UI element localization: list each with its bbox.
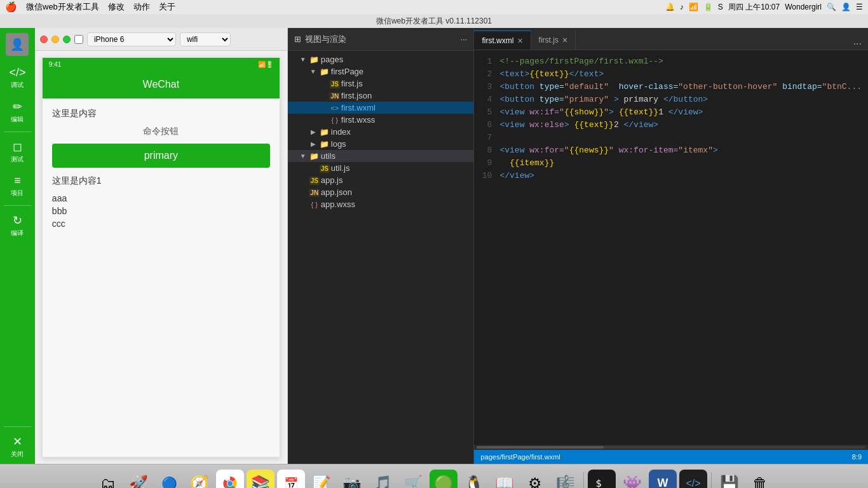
dock-itunes[interactable]: 🎵 xyxy=(369,470,397,489)
file-label-first-js: first.js xyxy=(341,79,474,88)
menu-item-edit[interactable]: 修改 xyxy=(108,1,125,13)
tree-file-util-js[interactable]: JS util.js xyxy=(288,162,474,174)
dock-qq[interactable]: 🐧 xyxy=(460,470,488,489)
line-content-2: <text>{{text}}</text> xyxy=(499,68,868,81)
tree-folder-pages[interactable]: ▼ 📁 pages xyxy=(288,53,474,65)
tree-file-first-json[interactable]: JN first.json xyxy=(288,90,474,102)
tree-folder-logs[interactable]: ▶ 📁 logs xyxy=(288,138,474,150)
tab-js-close[interactable]: × xyxy=(562,35,567,45)
code-line-5: 5 <view wx:if="{{show}}"> {{text}}1 </vi… xyxy=(474,106,868,119)
tree-folder-utils[interactable]: ▼ 📁 utils xyxy=(288,150,474,162)
traffic-light-red[interactable] xyxy=(40,36,48,43)
dock-music[interactable]: 🎼 xyxy=(552,470,580,489)
dock-finder[interactable]: 🗂 xyxy=(94,470,122,489)
folder-icon: 📁 xyxy=(318,128,331,137)
tree-folder-index[interactable]: ▶ 📁 index xyxy=(288,126,474,138)
dock-settings[interactable]: ⚙ xyxy=(521,470,549,489)
user-icon[interactable]: 👤 xyxy=(841,3,851,11)
sidebar-compile-label: 编译 xyxy=(11,229,24,238)
folder-arrow: ▶ xyxy=(308,140,318,147)
menu-item-about[interactable]: 关于 xyxy=(159,1,175,13)
sidebar-divider-2 xyxy=(4,205,32,206)
dock-photos[interactable]: 📷 xyxy=(338,470,366,489)
dock-alien[interactable]: 👾 xyxy=(618,470,646,489)
line-content-6: <view wx:else> {{text}}2 </view> xyxy=(499,119,868,132)
sidebar-edit-label: 编辑 xyxy=(11,115,24,124)
wifi-select[interactable]: wifi xyxy=(180,32,231,46)
dock-chrome[interactable] xyxy=(216,470,244,489)
device-select[interactable]: iPhone 6 xyxy=(87,32,176,46)
menu-item-app[interactable]: 微信web开发者工具 xyxy=(26,1,99,13)
device-checkbox[interactable] xyxy=(74,35,83,44)
editor-menu-btn[interactable]: ··· xyxy=(847,38,868,50)
footer-path: pages/firstPage/first.wxml xyxy=(480,453,560,461)
compile-icon: ↻ xyxy=(13,214,22,227)
dock-launchpad[interactable]: 🚀 xyxy=(125,470,153,489)
dock-appstore[interactable]: 🛒 xyxy=(399,470,427,489)
tree-file-first-wxml[interactable]: <> first.wxml xyxy=(288,102,474,114)
tree-file-first-js[interactable]: JS first.js xyxy=(288,78,474,90)
dock-siri[interactable]: 🔵 xyxy=(155,470,183,489)
dock-ejectdrive[interactable]: 💾 xyxy=(715,470,743,489)
input-icon[interactable]: S xyxy=(718,3,723,11)
sidebar-item-close[interactable]: ✕ 关闭 xyxy=(0,430,35,464)
file-label-util-js: util.js xyxy=(331,163,474,173)
tab-first-wxml[interactable]: first.wxml × xyxy=(474,30,531,50)
tree-file-app-json[interactable]: JN app.json xyxy=(288,186,474,198)
bluetooth-icon[interactable]: ♪ xyxy=(680,3,684,11)
tab-first-js[interactable]: first.js × xyxy=(531,30,576,50)
dock-calendar[interactable]: 📅 xyxy=(277,470,305,489)
tree-file-first-wxss[interactable]: { } first.wxss xyxy=(288,114,474,126)
sidebar-project-label: 项目 xyxy=(11,189,24,198)
dock-divider xyxy=(583,472,584,489)
tab-wxml-close[interactable]: × xyxy=(517,36,522,46)
sidebar-item-compile[interactable]: ↻ 编译 xyxy=(0,208,35,243)
tree-file-app-js[interactable]: JS app.js xyxy=(288,174,474,186)
dock-wechat[interactable]: 🟢 xyxy=(430,470,458,489)
dock-notes[interactable]: 📚 xyxy=(247,470,275,489)
scrollbar-thumb[interactable] xyxy=(477,446,604,449)
code-editor[interactable]: 1 <!--pages/firstPage/first.wxml--> 2 <t… xyxy=(474,50,868,445)
dock-dict[interactable]: 📖 xyxy=(491,470,519,489)
dock-textedit[interactable]: 📝 xyxy=(308,470,336,489)
phone-content-line1: 这里是内容 xyxy=(52,108,270,119)
search-icon[interactable]: 🔍 xyxy=(827,3,836,11)
sidebar-item-debug[interactable]: </> 调试 xyxy=(0,61,35,95)
file-panel: ⊞ 视图与渲染 ··· ▼ 📁 pages ▼ 📁 firstPage xyxy=(288,28,475,464)
dock-terminal[interactable]: $_ xyxy=(588,470,616,489)
traffic-light-yellow[interactable] xyxy=(51,36,59,43)
tree-file-app-wxss[interactable]: { } app.wxss xyxy=(288,198,474,210)
code-line-9: 9 {{itemx}} xyxy=(474,157,868,170)
dock-trash[interactable]: 🗑 xyxy=(746,470,774,489)
horizontal-scrollbar[interactable] xyxy=(474,445,868,450)
sidebar-item-project[interactable]: ≡ 项目 xyxy=(0,169,35,203)
wxml-file-icon: <> xyxy=(329,104,341,112)
code-line-3: 3 <button type="default" hover-class="ot… xyxy=(474,81,868,93)
wifi-icon[interactable]: 📶 xyxy=(689,3,698,11)
primary-button[interactable]: primary xyxy=(52,144,270,168)
app-title: 微信web开发者工具 v0.11.112301 xyxy=(376,16,492,27)
sidebar-divider-3 xyxy=(4,426,32,427)
dock-coding[interactable]: </> xyxy=(679,470,707,489)
folder-icon: 📁 xyxy=(308,55,321,64)
folder-label-pages: pages xyxy=(321,55,474,64)
menu-item-action[interactable]: 动作 xyxy=(133,1,150,13)
edit-icon: ✏ xyxy=(13,100,22,114)
notification-icon[interactable]: 🔔 xyxy=(665,3,675,11)
file-label-app-wxss: app.wxss xyxy=(321,200,474,209)
phone-screen: 9:41 📶🔋 WeChat 这里是内容 命令按钮 primary 这里是内容1… xyxy=(42,57,280,458)
dock-word[interactable]: W xyxy=(649,470,677,489)
json-file-icon2: JN xyxy=(308,188,321,197)
dock-safari[interactable]: 🧭 xyxy=(186,470,214,489)
sidebar-item-test[interactable]: ◻ 测试 xyxy=(0,135,35,169)
battery-icon[interactable]: 🔋 xyxy=(703,3,713,11)
traffic-light-green[interactable] xyxy=(63,36,71,43)
menu-icon[interactable]: ☰ xyxy=(856,3,863,11)
cmd-btn-area: 命令按钮 xyxy=(52,126,270,137)
panel-more-icon[interactable]: ··· xyxy=(461,34,468,44)
sidebar-item-edit[interactable]: ✏ 编辑 xyxy=(0,95,35,129)
code-line-6: 6 <view wx:else> {{text}}2 </view> xyxy=(474,119,868,132)
tree-folder-firstpage[interactable]: ▼ 📁 firstPage xyxy=(288,65,474,78)
tab-js-label: first.js xyxy=(539,36,559,44)
apple-logo[interactable]: 🍎 xyxy=(5,1,17,13)
